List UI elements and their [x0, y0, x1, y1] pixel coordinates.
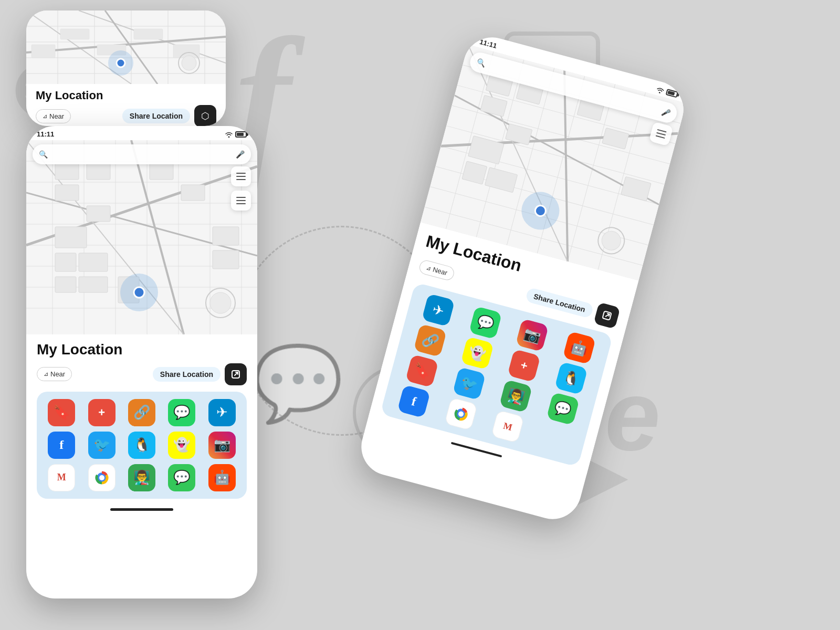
svg-rect-48 [181, 185, 205, 201]
app-twitter-right[interactable]: 🐦 [452, 367, 486, 401]
app-link-right[interactable]: 🔗 [414, 324, 447, 358]
map-area-top [26, 10, 226, 84]
app-instagram-left[interactable]: 📷 [208, 432, 236, 459]
app-telegram-right[interactable]: ✈ [422, 293, 455, 327]
app-reddit-right[interactable]: 🤖 [562, 331, 596, 365]
menu-button-left[interactable] [231, 166, 251, 186]
near-label-right: Near [432, 265, 448, 277]
share-grid-left: 🔖 + 🔗 💬 ✈ f 🐦 🐧 👻 📷 M 👨‍🏫 💬 🤖 [37, 392, 247, 499]
app-chrome-right[interactable] [444, 397, 478, 431]
map-area-left: 🔍 🎤 [26, 140, 257, 334]
svg-rect-56 [213, 250, 239, 269]
time-left: 11:11 [37, 130, 54, 138]
share-location-row-left: Share Location [153, 363, 247, 385]
status-icons-left [225, 131, 247, 138]
app-reddit-left[interactable]: 🤖 [208, 464, 236, 491]
share-icon-button-right[interactable] [593, 302, 620, 329]
menu-line-r1 [657, 129, 667, 133]
navigation-icon-right: ⊿ [425, 264, 432, 272]
svg-point-63 [99, 475, 104, 480]
app-snapchat-right[interactable]: 👻 [460, 337, 494, 370]
battery-icon-left [235, 131, 247, 138]
phone-top: My Location ⊿ Near Share Location ⬡ [26, 10, 226, 126]
app-link-left[interactable]: 🔗 [128, 399, 155, 426]
svg-rect-52 [55, 277, 76, 292]
share-location-row-top: Share Location ⬡ [122, 105, 216, 126]
svg-point-20 [182, 56, 196, 70]
phone-left: 11:11 [26, 126, 257, 598]
svg-rect-46 [87, 206, 110, 222]
near-label-top: Near [49, 112, 64, 120]
action-row-top: ⊿ Near Share Location ⬡ [36, 105, 216, 126]
svg-point-58 [210, 292, 231, 313]
mic-icon-left[interactable]: 🎤 [236, 150, 245, 159]
menu-line-3 [236, 179, 246, 180]
menu-line-2 [236, 176, 246, 177]
layer-line-3 [236, 203, 246, 204]
app-facebook-left[interactable]: f [48, 432, 75, 459]
layer-line-1 [236, 197, 246, 198]
app-classroom-right[interactable]: 👨‍🏫 [499, 380, 533, 413]
share-svg-icon-right [601, 310, 613, 321]
app-telegram-left[interactable]: ✈ [208, 399, 236, 426]
app-messages-left[interactable]: 💬 [168, 464, 195, 491]
app-whatsapp-left[interactable]: 💬 [168, 399, 195, 426]
bg-e-icon: e [605, 365, 660, 465]
app-bookmark-right[interactable]: 🔖 [405, 354, 439, 388]
svg-rect-17 [32, 45, 55, 58]
menu-line-1 [236, 173, 246, 174]
share-location-label-top[interactable]: Share Location [122, 109, 190, 123]
near-button-right[interactable]: ⊿ Near [418, 259, 456, 281]
status-bar-left: 11:11 [26, 126, 257, 140]
app-facebook-right[interactable]: f [397, 385, 431, 418]
app-instagram-right[interactable]: 📷 [516, 319, 549, 352]
app-classroom-left[interactable]: 👨‍🏫 [128, 464, 155, 491]
location-title-left: My Location [37, 342, 247, 358]
app-add-right[interactable]: + [507, 349, 541, 383]
map-svg-left [26, 140, 257, 334]
share-icon-button-top[interactable]: ⬡ [194, 105, 216, 126]
mic-icon-right[interactable]: 🎤 [660, 107, 671, 118]
app-qq-left[interactable]: 🐧 [128, 432, 155, 459]
near-label-left: Near [50, 370, 65, 378]
layers-button-left[interactable] [231, 191, 251, 211]
app-gmail-left[interactable]: M [48, 464, 75, 491]
svg-rect-47 [150, 164, 173, 180]
app-chrome-left[interactable] [88, 464, 116, 491]
bottom-info-left: My Location ⊿ Near Share Location 🔖 [26, 334, 257, 504]
share-icon-button-left[interactable] [225, 363, 247, 385]
svg-rect-50 [55, 253, 76, 271]
bottom-info-top: My Location ⊿ Near Share Location ⬡ [26, 84, 226, 126]
action-row-left: ⊿ Near Share Location [37, 363, 247, 385]
near-button-left[interactable]: ⊿ Near [37, 367, 72, 381]
map-svg-top [26, 10, 226, 84]
svg-rect-45 [55, 185, 79, 201]
wifi-icon-right [656, 86, 666, 94]
svg-point-22 [117, 59, 125, 67]
menu-line-r2 [656, 132, 666, 136]
app-qq-right[interactable]: 🐧 [554, 362, 588, 395]
app-bookmark-left[interactable]: 🔖 [48, 399, 75, 426]
near-button-top[interactable]: ⊿ Near [36, 109, 71, 123]
svg-rect-51 [79, 253, 108, 271]
share-svg-icon-left [231, 370, 240, 379]
app-gmail-right[interactable]: M [491, 410, 524, 444]
home-indicator-left [110, 508, 173, 511]
search-icon-right: 🔍 [476, 58, 487, 68]
app-add-left[interactable]: + [88, 399, 116, 426]
svg-rect-55 [213, 227, 239, 245]
external-link-icon-top: ⬡ [201, 110, 209, 122]
search-bar-left[interactable]: 🔍 🎤 [33, 144, 251, 164]
svg-rect-44 [87, 164, 110, 180]
app-snapchat-left[interactable]: 👻 [168, 432, 195, 459]
share-location-label-left[interactable]: Share Location [153, 367, 220, 382]
svg-point-60 [134, 287, 144, 298]
navigation-icon-top: ⊿ [43, 113, 47, 120]
app-messages-right[interactable]: 💬 [546, 392, 580, 426]
phone-right: 11:11 [355, 31, 690, 526]
layer-line-2 [236, 200, 246, 201]
app-twitter-left[interactable]: 🐦 [88, 432, 116, 459]
svg-rect-16 [134, 29, 163, 39]
svg-rect-49 [55, 227, 87, 248]
app-whatsapp-right[interactable]: 💬 [469, 306, 502, 340]
